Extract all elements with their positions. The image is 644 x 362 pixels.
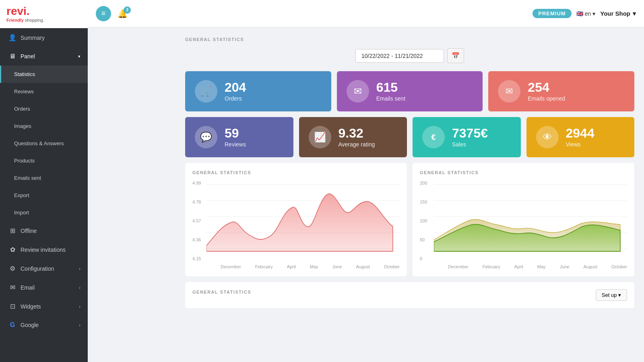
email-icon: ✉: [8, 284, 17, 291]
emails-sent-value: 615: [376, 81, 405, 94]
sidebar-item-export[interactable]: Export: [0, 187, 88, 204]
stat-cards-row-2: 💬 59 Reviews 📈 9.32 Average rating € 737…: [185, 117, 634, 157]
general-statistics-label: GENERAL STATISTICS: [185, 37, 634, 42]
views-value: 2944: [566, 127, 594, 140]
widgets-icon: ⊡: [8, 302, 17, 310]
sidebar-item-qa[interactable]: Questions & Answers: [0, 135, 88, 152]
stat-card-reviews: 💬 59 Reviews: [185, 117, 293, 157]
panel-icon: 🖥: [8, 53, 17, 60]
chevron-right-icon-email: ›: [79, 285, 80, 290]
chart-left-container: 4.99 4.78 4.57 4.36 4.15: [192, 181, 400, 269]
user-icon: 👤: [8, 34, 17, 41]
shop-selector[interactable]: Your Shop ▾: [600, 10, 636, 17]
bottom-statistics-label: GENERAL STATISTICS: [192, 290, 251, 294]
chevron-right-icon: ›: [79, 266, 80, 271]
charts-row: GENERAL STATISTICS 4.99 4.78 4.57 4.36 4…: [185, 163, 634, 276]
sidebar-item-configuration[interactable]: ⚙ Configuration ›: [0, 259, 88, 278]
emails-sent-label: Emails sent: [376, 95, 405, 102]
sidebar-item-emails-sent[interactable]: Emails sent: [0, 169, 88, 187]
sidebar-item-summary[interactable]: 👤 Summary: [0, 28, 88, 47]
avg-rating-icon: 📈: [309, 126, 331, 148]
sidebar-item-widgets[interactable]: ⊡ Widgets ›: [0, 297, 88, 316]
premium-badge: PREMIUM: [533, 9, 571, 18]
chart-right-container: 200 150 100 50 0: [420, 181, 627, 269]
chevron-down-icon: ▾: [78, 54, 80, 59]
offline-icon: ⊞: [8, 227, 17, 234]
notification-badge: 3: [124, 6, 131, 14]
chart-panel-left: GENERAL STATISTICS 4.99 4.78 4.57 4.36 4…: [185, 163, 407, 276]
chart-right-y-labels: 200 150 100 50 0: [420, 181, 434, 261]
orders-value: 204: [225, 81, 246, 94]
chart-left-x-labels: December February April May June August …: [221, 264, 400, 269]
stat-card-sales: € 7375€ Sales: [413, 117, 521, 157]
logo-sub: Friendly shopping.: [6, 18, 44, 23]
sales-icon: €: [422, 126, 445, 148]
shop-chevron-icon: ▾: [633, 10, 636, 17]
reviews-value: 59: [225, 127, 246, 140]
sidebar-item-import[interactable]: Import: [0, 204, 88, 221]
chart-left-svg: [206, 181, 400, 257]
stat-card-avg-rating: 📈 9.32 Average rating: [299, 117, 407, 157]
stat-card-emails-sent: ✉ 615 Emails sent: [337, 71, 483, 111]
emails-sent-icon: ✉: [347, 80, 369, 103]
logo-text: revi.: [6, 6, 44, 17]
setup-button[interactable]: Set up ▾: [596, 289, 627, 301]
views-label: Views: [566, 141, 594, 148]
topbar: ≡ 🔔 3 PREMIUM 🇬🇧 en ▾ Your Shop ▾: [88, 0, 644, 27]
sales-value: 7375€: [452, 127, 488, 140]
sales-label: Sales: [452, 141, 488, 148]
main-content: GENERAL STATISTICS 📅 🛒 204 Orders ✉ 615 …: [175, 27, 644, 362]
sidebar-item-reviews[interactable]: Reviews: [0, 83, 88, 100]
orders-icon: 🛒: [195, 80, 217, 103]
lang-label: en: [585, 10, 591, 17]
sidebar-item-products[interactable]: Products: [0, 152, 88, 169]
logo: revi. Friendly shopping.: [0, 0, 88, 28]
bottom-section: GENERAL STATISTICS Set up ▾: [185, 282, 634, 308]
calendar-button[interactable]: 📅: [447, 48, 464, 63]
stat-cards-row-1: 🛒 204 Orders ✉ 615 Emails sent ✉ 254 Ema…: [185, 71, 634, 111]
language-selector[interactable]: 🇬🇧 en ▾: [576, 10, 596, 17]
lang-chevron-icon: ▾: [592, 10, 595, 17]
sidebar-item-review-invitations[interactable]: ✿ Review invitations: [0, 240, 88, 259]
chevron-right-icon-widgets: ›: [79, 304, 80, 309]
review-invitations-icon: ✿: [8, 246, 17, 253]
gear-icon: ⚙: [8, 265, 17, 272]
chart-left-title: GENERAL STATISTICS: [192, 170, 400, 175]
reviews-icon: 💬: [195, 126, 217, 148]
sidebar-item-email[interactable]: ✉ Email ›: [0, 278, 88, 297]
menu-button[interactable]: ≡: [96, 6, 111, 21]
date-range-input[interactable]: [355, 49, 444, 63]
emails-opened-value: 254: [528, 81, 565, 94]
sidebar-item-images[interactable]: Images: [0, 117, 88, 135]
chevron-right-icon-google: ›: [79, 323, 80, 327]
flag-icon: 🇬🇧: [576, 10, 583, 17]
emails-opened-label: Emails opened: [528, 95, 565, 102]
sidebar-item-google[interactable]: G Google ›: [0, 316, 88, 334]
date-range-row: 📅: [185, 48, 634, 63]
avg-rating-value: 9.32: [339, 127, 375, 140]
calendar-icon: 📅: [452, 52, 460, 59]
chart-right-x-labels: December February April May June August …: [448, 264, 627, 269]
chart-right-title: GENERAL STATISTICS: [420, 170, 627, 175]
stat-card-orders: 🛒 204 Orders: [185, 71, 331, 111]
sidebar: revi. Friendly shopping. 👤 Summary 🖥 Pan…: [0, 0, 88, 362]
orders-label: Orders: [225, 95, 246, 102]
chart-right-svg: [434, 181, 627, 257]
stat-card-emails-opened: ✉ 254 Emails opened: [488, 71, 634, 111]
sidebar-item-panel[interactable]: 🖥 Panel ▾: [0, 47, 88, 66]
stat-card-views: 👁 2944 Views: [526, 117, 635, 157]
chart-panel-right: GENERAL STATISTICS 200 150 100 50 0: [413, 163, 634, 276]
chart-left-y-labels: 4.99 4.78 4.57 4.36 4.15: [192, 181, 206, 261]
sidebar-item-orders[interactable]: Orders: [0, 100, 88, 117]
google-icon: G: [8, 321, 17, 329]
sidebar-item-statistics[interactable]: Statistics: [0, 66, 88, 83]
sidebar-item-offline[interactable]: ⊞ Offline: [0, 221, 88, 240]
menu-icon: ≡: [101, 9, 106, 18]
reviews-label: Reviews: [225, 141, 246, 148]
views-icon: 👁: [536, 126, 559, 148]
avg-rating-label: Average rating: [339, 141, 375, 148]
notification-bell[interactable]: 🔔 3: [118, 9, 128, 19]
emails-opened-icon: ✉: [498, 80, 520, 103]
